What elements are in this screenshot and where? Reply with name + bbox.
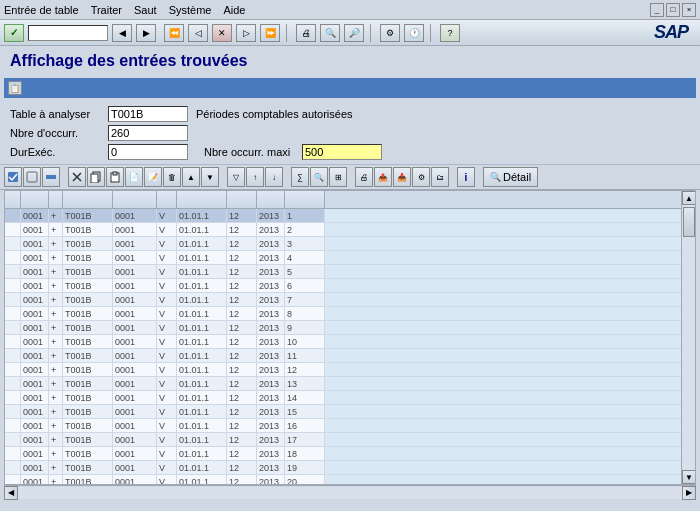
alv-btn-views[interactable]: 🗂 — [431, 167, 449, 187]
alv-btn-options[interactable]: ⚙ — [412, 167, 430, 187]
command-input[interactable] — [28, 25, 108, 41]
forward-button[interactable]: ▶ — [136, 24, 156, 42]
table-row[interactable]: 0001+T001B0001V01.01.112201319 — [5, 461, 695, 475]
scroll-left-button[interactable]: ◀ — [4, 486, 18, 500]
alv-btn-print[interactable]: 🖨 — [355, 167, 373, 187]
row-check[interactable] — [5, 419, 21, 432]
alv-btn-copy[interactable] — [87, 167, 105, 187]
alv-btn-append[interactable]: 📄 — [125, 167, 143, 187]
scroll-track[interactable] — [682, 205, 695, 470]
alv-btn-export[interactable]: 📤 — [374, 167, 392, 187]
find-next-button[interactable]: 🔎 — [344, 24, 364, 42]
col-header-8[interactable] — [257, 191, 285, 208]
close-button[interactable]: × — [682, 3, 696, 17]
table-row[interactable]: 0001+T001B0001V01.01.112201313 — [5, 377, 695, 391]
menu-entree-table[interactable]: Entrée de table — [4, 4, 79, 16]
row-check[interactable] — [5, 251, 21, 264]
alv-btn-sort-desc[interactable]: ↓ — [265, 167, 283, 187]
row-check[interactable] — [5, 335, 21, 348]
row-check[interactable] — [5, 447, 21, 460]
scrollbar-vertical[interactable]: ▲ ▼ — [681, 191, 695, 484]
alv-btn-deselect[interactable] — [23, 167, 41, 187]
table-row[interactable]: 0001+T001B0001V01.01.11220133 — [5, 237, 695, 251]
alv-btn-search[interactable]: 🔍 — [310, 167, 328, 187]
col-header-2[interactable] — [49, 191, 63, 208]
scroll-track-h[interactable] — [18, 487, 682, 499]
alv-btn-sort-asc[interactable]: ↑ — [246, 167, 264, 187]
alv-btn-move-up[interactable]: ▲ — [182, 167, 200, 187]
alv-btn-mark[interactable] — [42, 167, 60, 187]
menu-systeme[interactable]: Système — [169, 4, 212, 16]
nav-last-button[interactable]: ⏩ — [260, 24, 280, 42]
col-header-4[interactable] — [113, 191, 157, 208]
scroll-down-button[interactable]: ▼ — [682, 470, 696, 484]
scroll-up-button[interactable]: ▲ — [682, 191, 696, 205]
col-header-7[interactable] — [227, 191, 257, 208]
row-check[interactable] — [5, 433, 21, 446]
table-input[interactable] — [108, 106, 188, 122]
table-row[interactable]: 0001+T001B0001V01.01.112201312 — [5, 363, 695, 377]
col-header-5[interactable] — [157, 191, 177, 208]
table-row[interactable]: 0001+T001B0001V01.01.112201314 — [5, 391, 695, 405]
table-row[interactable]: 0001+T001B0001V01.01.11220134 — [5, 251, 695, 265]
history-button[interactable]: 🕐 — [404, 24, 424, 42]
max-input[interactable] — [302, 144, 382, 160]
occurrences-input[interactable] — [108, 125, 188, 141]
table-row[interactable]: 0001+T001B0001V01.01.112201318 — [5, 447, 695, 461]
nav-cancel-button[interactable]: ✕ — [212, 24, 232, 42]
nav-first-button[interactable]: ⏪ — [164, 24, 184, 42]
maximize-button[interactable]: □ — [666, 3, 680, 17]
table-row[interactable]: 0001+T001B0001V01.01.11220135 — [5, 265, 695, 279]
table-row[interactable]: 0001+T001B0001V01.01.11220136 — [5, 279, 695, 293]
help-button[interactable]: ? — [440, 24, 460, 42]
alv-btn-paste[interactable] — [106, 167, 124, 187]
table-row[interactable]: 0001+T001B0001V01.01.11220132 — [5, 223, 695, 237]
row-check[interactable] — [5, 377, 21, 390]
row-check[interactable] — [5, 223, 21, 236]
col-header-3[interactable] — [63, 191, 113, 208]
settings-button[interactable]: ⚙ — [380, 24, 400, 42]
alv-btn-sum[interactable]: ∑ — [291, 167, 309, 187]
alv-btn-select-all[interactable] — [4, 167, 22, 187]
row-check[interactable] — [5, 349, 21, 362]
row-check[interactable] — [5, 265, 21, 278]
back-button[interactable]: ◀ — [112, 24, 132, 42]
col-header-9[interactable] — [285, 191, 325, 208]
menu-traiter[interactable]: Traiter — [91, 4, 122, 16]
row-check[interactable] — [5, 293, 21, 306]
scrollbar-horizontal[interactable]: ◀ ▶ — [4, 485, 696, 499]
row-check[interactable] — [5, 279, 21, 292]
alv-btn-import[interactable]: 📥 — [393, 167, 411, 187]
scroll-right-button[interactable]: ▶ — [682, 486, 696, 500]
alv-btn-info[interactable]: i — [457, 167, 475, 187]
print-button[interactable]: 🖨 — [296, 24, 316, 42]
table-row[interactable]: 0001+T001B0001V01.01.112201317 — [5, 433, 695, 447]
table-row[interactable]: 0001+T001B0001V01.01.112201320 — [5, 475, 695, 485]
row-check[interactable] — [5, 363, 21, 376]
alv-btn-insert[interactable]: 📝 — [144, 167, 162, 187]
row-check[interactable] — [5, 461, 21, 474]
alv-detail-button[interactable]: 🔍 Détail — [483, 167, 538, 187]
alv-btn-layout[interactable]: ⊞ — [329, 167, 347, 187]
row-check[interactable] — [5, 321, 21, 334]
find-button[interactable]: 🔍 — [320, 24, 340, 42]
row-check[interactable] — [5, 209, 21, 222]
menu-saut[interactable]: Saut — [134, 4, 157, 16]
alv-btn-delete[interactable]: 🗑 — [163, 167, 181, 187]
nav-prev-button[interactable]: ◁ — [188, 24, 208, 42]
table-row[interactable]: 0001+T001B0001V01.01.11220131 — [5, 209, 695, 223]
table-row[interactable]: 0001+T001B0001V01.01.112201316 — [5, 419, 695, 433]
alv-btn-filter[interactable]: ▽ — [227, 167, 245, 187]
alv-btn-cut[interactable] — [68, 167, 86, 187]
menu-aide[interactable]: Aide — [223, 4, 245, 16]
table-row[interactable]: 0001+T001B0001V01.01.11220139 — [5, 321, 695, 335]
alv-btn-move-down[interactable]: ▼ — [201, 167, 219, 187]
table-row[interactable]: 0001+T001B0001V01.01.11220137 — [5, 293, 695, 307]
table-row[interactable]: 0001+T001B0001V01.01.11220138 — [5, 307, 695, 321]
table-row[interactable]: 0001+T001B0001V01.01.112201311 — [5, 349, 695, 363]
row-check[interactable] — [5, 237, 21, 250]
col-header-1[interactable] — [21, 191, 49, 208]
table-row[interactable]: 0001+T001B0001V01.01.112201310 — [5, 335, 695, 349]
confirm-button[interactable]: ✓ — [4, 24, 24, 42]
row-check[interactable] — [5, 391, 21, 404]
